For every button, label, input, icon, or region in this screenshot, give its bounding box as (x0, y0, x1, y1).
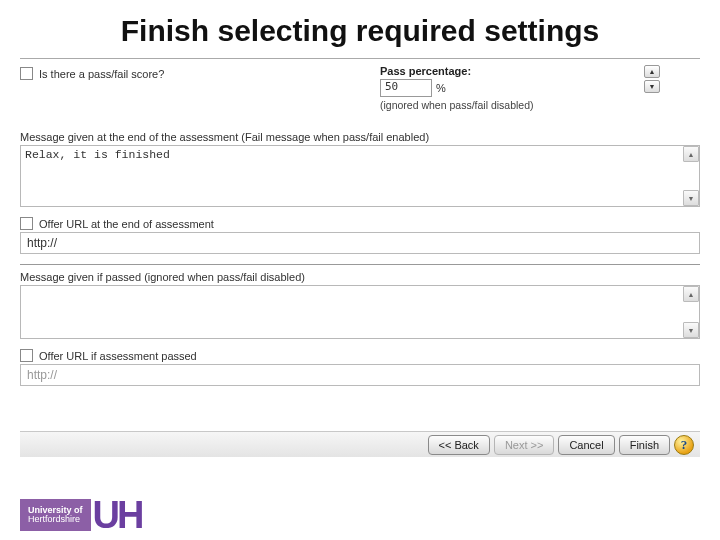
pct-unit: % (436, 82, 446, 94)
end-message-textarea[interactable]: Relax, it is finished ▲ ▼ (20, 145, 700, 207)
cancel-button[interactable]: Cancel (558, 435, 614, 455)
url-pass-input[interactable]: http:// (20, 364, 700, 386)
offer-url-pass-checkbox[interactable] (20, 349, 33, 362)
offer-url-end-checkbox[interactable] (20, 217, 33, 230)
pct-step-up[interactable]: ▲ (644, 65, 660, 78)
brand-line2: Hertfordshire (28, 515, 83, 524)
scroll-down-icon[interactable]: ▼ (683, 322, 699, 338)
passfail-row: Is there a pass/fail score? Pass percent… (20, 67, 700, 125)
pass-percentage-group: Pass percentage: 50 % (ignored when pass… (380, 65, 660, 111)
pct-label: Pass percentage: (380, 65, 660, 77)
offer-url-pass-label: Offer URL if assessment passed (39, 350, 197, 362)
scroll-up-icon[interactable]: ▲ (683, 286, 699, 302)
pct-input[interactable]: 50 (380, 79, 432, 97)
settings-panel: Is there a pass/fail score? Pass percent… (20, 58, 700, 458)
end-message-value[interactable]: Relax, it is finished (21, 146, 699, 206)
wizard-button-bar: << Back Next >> Cancel Finish ? (20, 431, 700, 457)
help-button[interactable]: ? (674, 435, 694, 455)
pct-hint: (ignored when pass/fail disabled) (380, 99, 660, 111)
next-button: Next >> (494, 435, 555, 455)
brand-mark: UH (93, 494, 142, 537)
separator (20, 264, 700, 265)
finish-button[interactable]: Finish (619, 435, 670, 455)
brand-logo: University of Hertfordshire UH (20, 490, 141, 540)
url-end-input[interactable]: http:// (20, 232, 700, 254)
passfail-label: Is there a pass/fail score? (39, 68, 164, 80)
passfail-checkbox[interactable] (20, 67, 33, 80)
scroll-down-icon[interactable]: ▼ (683, 190, 699, 206)
pass-message-value[interactable] (21, 286, 699, 338)
back-button[interactable]: << Back (428, 435, 490, 455)
end-message-label: Message given at the end of the assessme… (20, 131, 700, 143)
pass-message-label: Message given if passed (ignored when pa… (20, 271, 700, 283)
offer-url-end-label: Offer URL at the end of assessment (39, 218, 214, 230)
pass-message-textarea[interactable]: ▲ ▼ (20, 285, 700, 339)
scroll-up-icon[interactable]: ▲ (683, 146, 699, 162)
slide-title: Finish selecting required settings (0, 0, 720, 58)
pct-step-down[interactable]: ▼ (644, 80, 660, 93)
